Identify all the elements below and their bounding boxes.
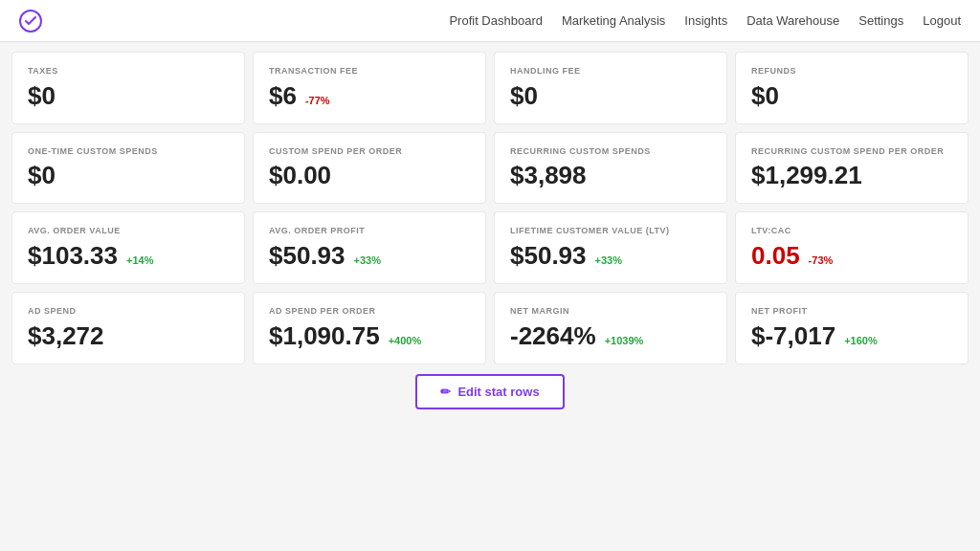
stat-label: AD SPEND PER ORDER <box>269 306 376 318</box>
stat-value: $0 <box>28 83 56 108</box>
stat-value: $1,299.21 <box>751 163 862 187</box>
stat-badge: +33% <box>592 253 625 267</box>
stats-container: TAXES$0TRANSACTION FEE$6-77%HANDLING FEE… <box>11 52 969 364</box>
stat-value: $0.00 <box>269 163 331 187</box>
stat-badge: +14% <box>123 253 156 267</box>
stat-value: $3,898 <box>510 163 587 187</box>
stat-label: AVG. ORDER VALUE <box>28 226 121 237</box>
stat-value-row: $3,898 <box>510 163 587 187</box>
stat-card-1-0: ONE-TIME CUSTOM SPENDS$0 <box>11 132 245 205</box>
stat-value: -2264% <box>510 323 596 348</box>
edit-button-label: Edit stat rows <box>457 385 539 399</box>
stat-value: $0 <box>751 83 779 108</box>
stat-label: NET PROFIT <box>751 306 808 318</box>
stat-card-1-2: RECURRING CUSTOM SPENDS$3,898 <box>494 132 727 205</box>
stat-value-row: $3,272 <box>28 323 104 348</box>
stat-label: TAXES <box>28 66 58 77</box>
main-content: TAXES$0TRANSACTION FEE$6-77%HANDLING FEE… <box>0 42 980 551</box>
nav-link-marketing-analysis[interactable]: Marketing Analysis <box>562 13 665 28</box>
stats-row-0: TAXES$0TRANSACTION FEE$6-77%HANDLING FEE… <box>11 52 969 124</box>
stat-value: $50.93 <box>510 243 587 268</box>
stat-badge: -77% <box>302 94 333 107</box>
stat-card-3-0: AD SPEND$3,272 <box>11 292 245 364</box>
stat-value-row: $0 <box>28 83 56 108</box>
stat-value-row: $0.00 <box>269 163 331 187</box>
stat-label: NET MARGIN <box>510 306 569 318</box>
stat-label: RECURRING CUSTOM SPENDS <box>510 146 651 158</box>
stat-value-row: $50.93+33% <box>510 243 625 268</box>
stat-value-row: $-7,017+160% <box>751 323 880 348</box>
navbar: Profit DashboardMarketing AnalysisInsigh… <box>0 0 980 42</box>
stat-card-2-0: AVG. ORDER VALUE$103.33+14% <box>11 211 245 284</box>
stat-value-row: $50.93+33% <box>269 243 384 268</box>
nav-links: Profit DashboardMarketing AnalysisInsigh… <box>449 13 961 28</box>
stat-value-row: $0 <box>28 163 56 187</box>
stat-value: $50.93 <box>269 243 345 268</box>
stat-badge: +33% <box>351 253 384 267</box>
stat-card-3-3: NET PROFIT$-7,017+160% <box>735 292 969 364</box>
stat-card-0-2: HANDLING FEE$0 <box>494 52 727 124</box>
stat-badge: -73% <box>806 253 836 267</box>
stat-value-row: -2264%+1039% <box>510 323 646 348</box>
nav-link-data-warehouse[interactable]: Data Warehouse <box>746 13 839 28</box>
stat-card-0-0: TAXES$0 <box>11 52 245 124</box>
stat-label: TRANSACTION FEE <box>269 66 358 77</box>
stat-label: RECURRING CUSTOM SPEND PER ORDER <box>751 146 944 158</box>
stat-label: AVG. ORDER PROFIT <box>269 226 365 237</box>
brand-icon <box>19 10 42 33</box>
nav-link-settings[interactable]: Settings <box>858 13 903 28</box>
stat-value-row: $6-77% <box>269 83 333 108</box>
stat-value: $-7,017 <box>751 323 835 348</box>
stat-value: $1,090.75 <box>269 323 380 348</box>
stat-label: LIFETIME CUSTOMER VALUE (LTV) <box>510 226 670 237</box>
stat-label: CUSTOM SPEND PER ORDER <box>269 146 402 158</box>
brand <box>19 10 48 33</box>
stat-value-row: $1,090.75+400% <box>269 323 424 348</box>
stat-label: LTV:CAC <box>751 226 791 237</box>
stat-value-row: $0 <box>751 83 779 108</box>
stat-card-3-2: NET MARGIN-2264%+1039% <box>494 292 727 364</box>
stat-label: REFUNDS <box>751 66 796 77</box>
stats-row-1: ONE-TIME CUSTOM SPENDS$0CUSTOM SPEND PER… <box>11 132 969 205</box>
stat-value: $6 <box>269 83 297 108</box>
nav-link-insights[interactable]: Insights <box>684 13 727 28</box>
stat-badge: +400% <box>386 334 425 347</box>
stat-card-2-2: LIFETIME CUSTOMER VALUE (LTV)$50.93+33% <box>494 211 727 284</box>
stat-label: ONE-TIME CUSTOM SPENDS <box>28 146 158 158</box>
stat-card-1-1: CUSTOM SPEND PER ORDER$0.00 <box>253 132 486 205</box>
stat-badge: +1039% <box>602 334 647 347</box>
stat-value: $0 <box>28 163 56 187</box>
stat-card-2-3: LTV:CAC0.05-73% <box>735 211 969 284</box>
stat-value: $103.33 <box>28 243 118 268</box>
stat-value-row: $1,299.21 <box>751 163 862 187</box>
stat-card-0-3: REFUNDS$0 <box>735 52 969 124</box>
nav-link-logout[interactable]: Logout <box>923 13 961 28</box>
stat-card-0-1: TRANSACTION FEE$6-77% <box>253 52 486 124</box>
stat-value-row: $103.33+14% <box>28 243 156 268</box>
pencil-icon: ✏ <box>440 385 451 399</box>
stat-value: $0 <box>510 83 538 108</box>
stat-label: HANDLING FEE <box>510 66 581 77</box>
stat-card-2-1: AVG. ORDER PROFIT$50.93+33% <box>253 211 486 284</box>
stats-row-3: AD SPEND$3,272AD SPEND PER ORDER$1,090.7… <box>11 292 969 364</box>
stat-card-3-1: AD SPEND PER ORDER$1,090.75+400% <box>253 292 486 364</box>
stat-label: AD SPEND <box>28 306 77 318</box>
stat-badge: +160% <box>841 334 880 347</box>
stat-card-1-3: RECURRING CUSTOM SPEND PER ORDER$1,299.2… <box>735 132 969 205</box>
nav-link-profit-dashboard[interactable]: Profit Dashboard <box>449 13 543 28</box>
edit-stat-rows-button[interactable]: ✏ Edit stat rows <box>415 374 564 409</box>
edit-row: ✏ Edit stat rows <box>11 374 969 409</box>
stat-value-row: $0 <box>510 83 538 108</box>
stat-value: 0.05 <box>751 243 800 268</box>
stat-value-row: 0.05-73% <box>751 243 835 268</box>
stats-row-2: AVG. ORDER VALUE$103.33+14%AVG. ORDER PR… <box>11 211 969 284</box>
stat-value: $3,272 <box>28 323 104 348</box>
